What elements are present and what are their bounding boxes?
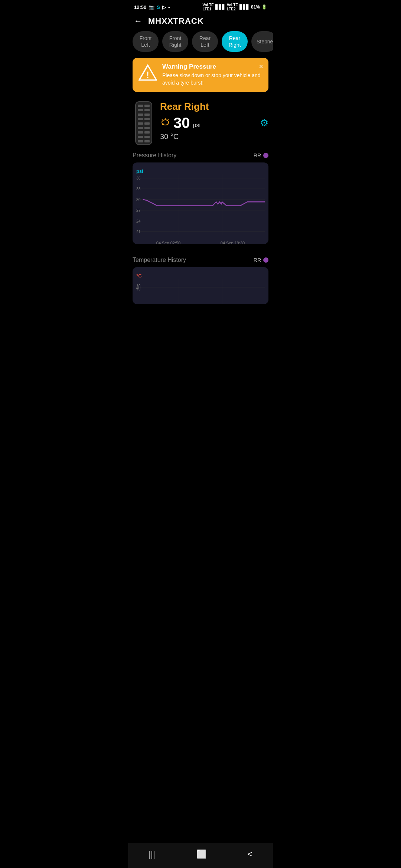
temperature-legend-dot: [263, 257, 268, 263]
time-label: 12:50: [134, 4, 146, 10]
svg-text:33: 33: [136, 186, 140, 191]
temperature-chart: °C 40 36: [133, 267, 268, 304]
svg-line-24: [162, 119, 163, 121]
svg-text:40: 40: [136, 282, 140, 292]
svg-rect-15: [144, 127, 150, 129]
battery-label: 81%: [251, 4, 260, 10]
signal-bars-1: ▋▋▋: [215, 4, 225, 10]
pressure-unit: psi: [193, 122, 200, 129]
temperature-legend: RR: [254, 257, 268, 263]
svg-rect-18: [138, 136, 143, 138]
svg-rect-6: [138, 109, 143, 111]
back-button[interactable]: ←: [134, 16, 142, 26]
signal-label: VoLTELTE1: [203, 3, 214, 11]
warning-text: Warning Pressure Please slow down or sto…: [162, 63, 263, 86]
pressure-row: 30 psi: [160, 115, 255, 130]
svg-text:36: 36: [136, 176, 140, 181]
pressure-x-label-2: 04 Sep 19:30: [221, 241, 245, 244]
svg-rect-19: [144, 136, 150, 138]
svg-rect-8: [138, 114, 143, 116]
warning-body: Please slow down or stop your vehicle an…: [162, 72, 263, 86]
temperature-chart-svg: 40 36: [136, 279, 265, 304]
tyre-image: [133, 101, 155, 145]
app-title: MHXXTRACK: [148, 16, 204, 26]
svg-line-25: [167, 119, 169, 121]
svg-rect-12: [138, 122, 143, 125]
warning-close-button[interactable]: ×: [259, 62, 263, 71]
pressure-chart: psi 36 33 30 27 24 21 04 Sep 02:50 04 Se…: [133, 162, 268, 244]
pressure-value: 30: [173, 115, 190, 130]
svg-text:30: 30: [136, 197, 140, 202]
svg-rect-13: [144, 122, 150, 125]
svg-rect-7: [144, 109, 150, 111]
pressure-history-title: Pressure History: [133, 152, 176, 159]
svg-rect-17: [144, 131, 150, 134]
pressure-history-header: Pressure History RR: [128, 145, 273, 162]
svg-rect-14: [138, 127, 143, 129]
tab-bar: Front Left Front Right Rear Left Rear Ri…: [128, 31, 273, 58]
settings-button[interactable]: ⚙: [260, 117, 268, 129]
svg-rect-9: [144, 114, 150, 116]
temperature-legend-label: RR: [254, 257, 261, 263]
battery-icon: 🔋: [261, 4, 267, 10]
svg-rect-20: [138, 140, 143, 142]
svg-text:21: 21: [136, 229, 140, 234]
svg-rect-5: [144, 105, 150, 107]
svg-rect-11: [144, 118, 150, 120]
svg-rect-10: [138, 118, 143, 120]
warning-title: Warning Pressure: [162, 63, 263, 70]
temperature-y-label: °C: [136, 273, 142, 279]
signal-bars-2: ▋▋▋: [239, 4, 250, 10]
svg-rect-16: [138, 131, 143, 134]
pressure-x-labels: 04 Sep 02:50 04 Sep 19:30: [136, 239, 265, 244]
header: ← MHXXTRACK: [128, 13, 273, 31]
signal-label2: VoLTELTE2: [227, 3, 238, 11]
tab-rear-right[interactable]: Rear Right: [222, 31, 248, 52]
svg-text:24: 24: [136, 218, 140, 223]
pressure-icon: [160, 116, 170, 129]
play-icon: ▷: [162, 4, 166, 10]
tab-front-left[interactable]: Front Left: [133, 31, 159, 52]
tyre-info-section: Rear Right 30 psi 30 °C ⚙: [128, 98, 273, 145]
tyre-details: Rear Right 30 psi 30 °C: [160, 101, 255, 141]
tyre-name-label: Rear Right: [160, 101, 255, 112]
svg-rect-4: [138, 105, 143, 107]
tab-rear-left[interactable]: Rear Left: [192, 31, 218, 52]
temperature-history-header: Temperature History RR: [128, 250, 273, 267]
pressure-legend: RR: [254, 152, 268, 158]
status-right: VoLTELTE1 ▋▋▋ VoLTELTE2 ▋▋▋ 81% 🔋: [203, 3, 267, 11]
pressure-y-label: psi: [136, 168, 143, 174]
s-icon: S: [157, 4, 160, 10]
tpms-icon: [160, 116, 170, 127]
svg-text:!: !: [146, 70, 149, 80]
pressure-chart-svg: 36 33 30 27 24 21: [136, 174, 265, 239]
warning-triangle-icon: !: [138, 63, 157, 82]
temperature-label: 30 °C: [160, 132, 255, 141]
pressure-x-label-1: 04 Sep 02:50: [156, 241, 180, 244]
tab-stepney[interactable]: Stepney: [251, 31, 273, 52]
pressure-legend-dot: [263, 153, 268, 158]
dot-icon: •: [168, 4, 170, 10]
svg-rect-21: [144, 140, 150, 142]
temperature-history-title: Temperature History: [133, 257, 186, 263]
status-left: 12:50 📷 S ▷ •: [134, 4, 170, 10]
tab-front-right[interactable]: Front Right: [162, 31, 188, 52]
warning-box: ! Warning Pressure Please slow down or s…: [133, 58, 268, 92]
svg-text:27: 27: [136, 208, 140, 213]
status-bar: 12:50 📷 S ▷ • VoLTELTE1 ▋▋▋ VoLTELTE2 ▋▋…: [128, 0, 273, 13]
camera-icon: 📷: [149, 4, 154, 10]
pressure-legend-label: RR: [254, 152, 261, 158]
